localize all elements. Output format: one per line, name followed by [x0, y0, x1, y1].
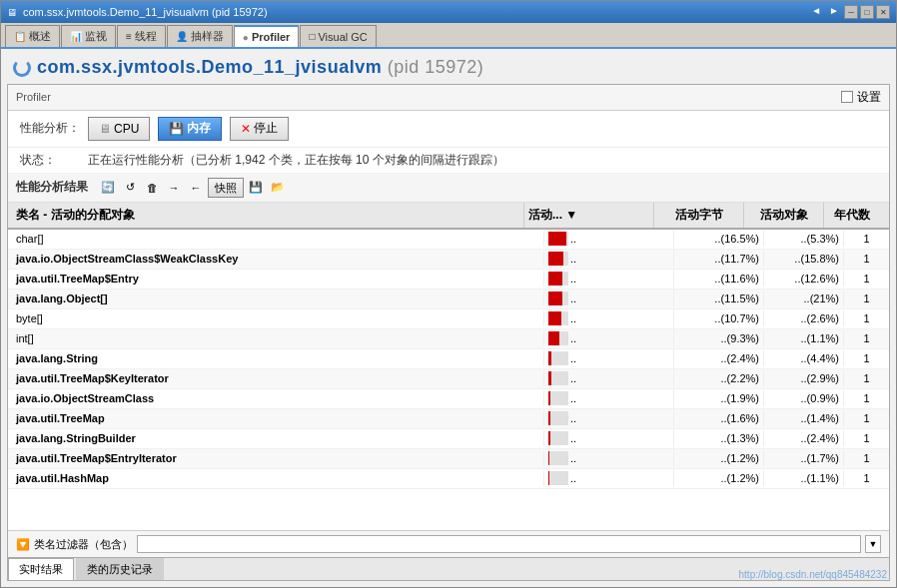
tab-realtime[interactable]: 实时结果 — [8, 558, 74, 580]
tab-profiler[interactable]: ● Profiler — [234, 25, 300, 47]
table-row[interactable]: java.util.TreeMap$KeyIterator ....(2.2%)… — [8, 369, 889, 389]
close-button[interactable]: ✕ — [876, 5, 890, 19]
profiler-panel-header: Profiler 设置 — [8, 85, 889, 111]
maximize-button[interactable]: □ — [860, 5, 874, 19]
cell-class-name: java.lang.StringBuilder — [8, 430, 544, 446]
settings-checkbox[interactable] — [841, 91, 853, 103]
settings-row: 设置 — [841, 89, 881, 106]
cell-generation: 1 — [844, 291, 889, 306]
memory-label: 内存 — [187, 120, 211, 137]
cpu-label: CPU — [114, 122, 139, 136]
stop-label: 停止 — [254, 120, 278, 137]
table-row[interactable]: byte[] ....(10.7%)..(2.6%)1 — [8, 309, 889, 329]
tab-monitor[interactable]: 📊 监视 — [61, 25, 116, 47]
snapshot-button[interactable]: 快照 — [208, 178, 244, 198]
cell-active-objects: ..(1.4%) — [764, 410, 844, 426]
tab-sampler-label: 抽样器 — [191, 29, 224, 44]
cell-active-objects: ..(4.4%) — [764, 350, 844, 366]
tab-visualgc-label: Visual GC — [318, 31, 367, 43]
title-bar-icons: 🖥 — [7, 7, 17, 18]
cell-alloc-bar: .. — [544, 469, 674, 487]
cell-class-name: java.util.TreeMap$EntryIterator — [8, 450, 544, 466]
cell-class-name: java.util.HashMap — [8, 470, 544, 486]
table-row[interactable]: int[] ....(9.3%)..(1.1%)1 — [8, 329, 889, 349]
tab-overview[interactable]: 📋 概述 — [5, 25, 60, 47]
tab-threads[interactable]: ≡ 线程 — [117, 25, 166, 47]
cell-alloc-bar: .. — [544, 329, 674, 347]
cell-active-objects: ..(1.1%) — [764, 470, 844, 486]
memory-button[interactable]: 💾 内存 — [158, 117, 222, 141]
cell-generation: 1 — [844, 370, 889, 386]
title-bar: 🖥 com.ssx.jvmtools.Demo_11_jvisualvm (pi… — [1, 1, 896, 23]
table-row[interactable]: java.lang.StringBuilder ....(1.3%)..(2.4… — [8, 429, 889, 449]
table-row[interactable]: char[] ....(16.5%)..(5.3%)1 — [8, 230, 889, 250]
cell-generation: 1 — [844, 450, 889, 466]
cell-class-name: int[] — [8, 330, 544, 346]
cell-generation: 1 — [844, 251, 889, 267]
visualgc-icon: □ — [309, 31, 315, 42]
col-objects-header: 活动对象 — [744, 203, 824, 228]
filter-dropdown[interactable]: ▼ — [865, 535, 881, 553]
cell-alloc-bar: .. — [544, 409, 674, 427]
table-row[interactable]: java.util.HashMap ....(1.2%)..(1.1%)1 — [8, 469, 889, 489]
filter-input[interactable] — [137, 535, 861, 553]
table-row[interactable]: java.io.ObjectStreamClass ....(1.9%)..(0… — [8, 389, 889, 409]
next-btn[interactable]: ► — [826, 5, 842, 19]
cell-class-name: java.io.ObjectStreamClass — [8, 390, 544, 406]
prev-btn[interactable]: ◄ — [808, 5, 824, 19]
cell-alloc-bar: .. — [544, 389, 674, 407]
table-row[interactable]: java.lang.String ....(2.4%)..(4.4%)1 — [8, 349, 889, 369]
stop-button[interactable]: ✕ 停止 — [230, 117, 289, 141]
table-row[interactable]: java.io.ObjectStreamClass$WeakClassKey .… — [8, 250, 889, 270]
reset-button[interactable]: ↺ — [120, 178, 140, 198]
table-row[interactable]: java.util.TreeMap$EntryIterator ....(1.2… — [8, 449, 889, 469]
filter-icon: 🔽 — [16, 538, 30, 551]
main-content: com.ssx.jvmtools.Demo_11_jvisualvm (pid … — [1, 49, 896, 587]
cell-alloc-bar: .. — [544, 449, 674, 467]
tab-sampler[interactable]: 👤 抽样器 — [167, 25, 233, 47]
settings-label: 设置 — [857, 89, 881, 106]
page-title-text: com.ssx.jvmtools.Demo_11_jvisualvm (pid … — [37, 57, 483, 78]
cell-generation: 1 — [844, 231, 889, 247]
results-header: 性能分析结果 🔄 ↺ 🗑 → ← 快照 💾 📂 — [8, 174, 889, 203]
cell-active-bytes: ..(1.3%) — [674, 430, 764, 446]
overview-icon: 📋 — [14, 31, 26, 42]
cpu-button[interactable]: 🖥 CPU — [88, 117, 150, 141]
tab-monitor-label: 监视 — [85, 29, 107, 44]
table-row[interactable]: java.util.TreeMap ....(1.6%)..(1.4%)1 — [8, 409, 889, 429]
cell-alloc-bar: .. — [544, 270, 674, 288]
cell-class-name: java.util.TreeMap$Entry — [8, 271, 544, 287]
window-controls: ◄ ► ─ □ ✕ — [808, 5, 890, 19]
cell-active-objects: ..(21%) — [764, 291, 844, 306]
profiler-nav-icon: ● — [243, 32, 249, 43]
trash-button[interactable]: 🗑 — [142, 178, 162, 198]
refresh-button[interactable]: 🔄 — [98, 178, 118, 198]
cell-generation: 1 — [844, 470, 889, 486]
tab-profiler-label: Profiler — [252, 31, 291, 43]
tab-history[interactable]: 类的历史记录 — [76, 558, 164, 580]
page-header: com.ssx.jvmtools.Demo_11_jvisualvm (pid … — [1, 49, 896, 84]
save-btn[interactable]: 💾 — [246, 178, 266, 198]
import-button[interactable]: ← — [186, 178, 206, 198]
col-gen-header: 年代数 — [824, 203, 879, 228]
profiler-panel: Profiler 设置 性能分析： 🖥 CPU 💾 内存 ✕ — [7, 84, 890, 582]
cell-active-objects: ..(2.6%) — [764, 310, 844, 326]
table-row[interactable]: java.util.TreeMap$Entry ....(11.6%)..(12… — [8, 270, 889, 290]
cell-class-name: java.util.TreeMap — [8, 410, 544, 426]
cell-generation: 1 — [844, 310, 889, 326]
tab-visualgc[interactable]: □ Visual GC — [300, 25, 376, 47]
col-alloc-header[interactable]: 活动... ▼ — [524, 203, 654, 228]
table-row[interactable]: java.lang.Object[] ....(11.5%)..(21%)1 — [8, 290, 889, 309]
minimize-button[interactable]: ─ — [844, 5, 858, 19]
cell-active-bytes: ..(9.3%) — [674, 330, 764, 346]
col-bytes-header: 活动字节 — [654, 203, 744, 228]
cell-alloc-bar: .. — [544, 230, 674, 248]
cell-generation: 1 — [844, 390, 889, 406]
page-pid: (pid 15972) — [388, 57, 484, 77]
cell-class-name: byte[] — [8, 310, 544, 326]
window-title: com.ssx.jvmtools.Demo_11_jvisualvm (pid … — [23, 6, 808, 18]
open-btn[interactable]: 📂 — [268, 178, 288, 198]
cell-alloc-bar: .. — [544, 309, 674, 327]
export-button[interactable]: → — [164, 178, 184, 198]
cell-class-name: java.util.TreeMap$KeyIterator — [8, 370, 544, 386]
